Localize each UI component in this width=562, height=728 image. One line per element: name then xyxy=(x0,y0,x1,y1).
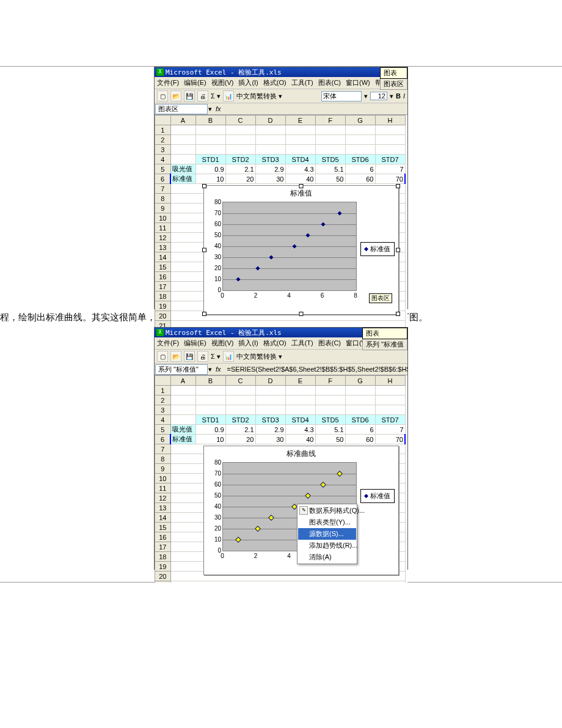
chart-tooltip: 图表 图表区 xyxy=(380,67,407,90)
data-point[interactable] xyxy=(268,515,274,521)
menu-edit[interactable]: 编辑(E) xyxy=(184,339,206,348)
menu-chart[interactable]: 图表(C) xyxy=(318,339,341,348)
col-B[interactable]: B xyxy=(195,116,225,125)
cn-convert-button[interactable]: 中文简繁转换 ▾ xyxy=(236,92,282,101)
chart-wizard-icon[interactable]: 📊 xyxy=(223,90,234,101)
save-icon[interactable]: 💾 xyxy=(184,351,195,362)
font-name-box[interactable]: 宋体 xyxy=(321,91,362,101)
excel-icon: X xyxy=(156,329,164,336)
menu-edit[interactable]: 编辑(E) xyxy=(184,78,206,87)
cn-convert-button[interactable]: 中文简繁转换 ▾ xyxy=(236,352,282,361)
col-A[interactable]: A xyxy=(170,116,195,125)
ctx-clear[interactable]: 清除(A) xyxy=(298,551,356,563)
formula-bar-row: 系列 "标准值" ▾ fx =SERIES(Sheet2!$A$6,Sheet2… xyxy=(155,364,407,375)
data-point[interactable] xyxy=(235,537,241,543)
data-point[interactable] xyxy=(269,255,273,259)
col-F[interactable]: F xyxy=(315,116,345,125)
data-point[interactable] xyxy=(320,482,326,488)
bold-button[interactable]: B xyxy=(396,92,401,100)
ctx-source-data[interactable]: 源数据(S)... xyxy=(298,528,356,540)
data-point[interactable] xyxy=(337,471,343,477)
menu-view[interactable]: 视图(V) xyxy=(211,339,234,348)
chart-wizard-icon[interactable]: 📊 xyxy=(223,351,234,362)
plot-area[interactable] xyxy=(222,202,357,291)
font-size-box[interactable]: 12 xyxy=(370,92,387,100)
ctx-chart-type[interactable]: 图表类型(Y)... xyxy=(298,517,356,528)
toolbar: ▢ 📂 💾 🖨 Σ ▾ 📊 中文简繁转换 ▾ xyxy=(155,350,407,364)
tooltip-line1: 图表 xyxy=(380,67,407,79)
tooltip-line1: 图表 xyxy=(362,328,407,339)
menu-insert[interactable]: 插入(I) xyxy=(238,339,258,348)
italic-button[interactable]: I xyxy=(403,92,405,100)
toolbar: ▢ 📂 💾 🖨 Σ ▾ 📊 中文简繁转换 ▾ 宋体 ▾ 12 ▾ B I xyxy=(155,89,407,103)
formula-bar[interactable]: =SERIES(Sheet2!$A$6,Sheet2!$B$5:$H$5,She… xyxy=(225,366,407,373)
data-point[interactable] xyxy=(293,244,297,248)
y-axis-labels: 807060 504030 20100 xyxy=(210,202,222,290)
data-point[interactable] xyxy=(255,526,261,532)
legend-label: 标准值 xyxy=(370,491,390,501)
chart-title: 标准曲线 xyxy=(204,446,398,461)
open-icon[interactable]: 📂 xyxy=(170,351,181,362)
chart-legend[interactable]: 标准值 xyxy=(360,489,395,503)
legend-marker-icon xyxy=(364,247,368,251)
menu-file[interactable]: 文件(F) xyxy=(157,339,179,348)
app-title: Microsoft Excel - 检验工具.xls xyxy=(166,328,282,337)
data-point[interactable] xyxy=(337,211,341,215)
app-title: Microsoft Excel - 检验工具.xls xyxy=(166,68,282,77)
menu-tools[interactable]: 工具(T) xyxy=(291,339,313,348)
context-menu: ✎数据系列格式(Q)... 图表类型(Y)... 源数据(S)... 添加趋势线… xyxy=(297,504,357,564)
tooltip-line2: 图表区 xyxy=(380,79,407,90)
print-icon[interactable]: 🖨 xyxy=(197,90,208,101)
print-icon[interactable]: 🖨 xyxy=(197,351,208,362)
data-point[interactable] xyxy=(305,493,311,499)
chart-area-tooltip: 图表区 xyxy=(369,293,392,303)
data-point[interactable] xyxy=(321,222,325,226)
save-icon[interactable]: 💾 xyxy=(184,90,195,101)
legend-label: 标准值 xyxy=(370,245,390,254)
name-box[interactable]: 系列 "标准值" xyxy=(155,364,208,375)
title-bar: X Microsoft Excel - 检验工具.xls xyxy=(155,67,407,77)
tooltip-line2: 系列 "标准值 xyxy=(362,339,407,350)
open-icon[interactable]: 📂 xyxy=(170,90,181,101)
menu-insert[interactable]: 插入(I) xyxy=(238,78,258,87)
chart-legend[interactable]: 标准值 xyxy=(360,242,395,256)
data-point[interactable] xyxy=(256,266,260,270)
menu-format[interactable]: 格式(O) xyxy=(263,78,286,87)
menu-chart[interactable]: 图表(C) xyxy=(318,78,341,87)
col-H[interactable]: H xyxy=(375,116,405,125)
col-C[interactable]: C xyxy=(225,116,255,125)
menu-file[interactable]: 文件(F) xyxy=(157,78,179,87)
excel-icon: X xyxy=(156,68,164,76)
formula-bar-row: 图表区 ▾ fx xyxy=(155,103,407,115)
name-box[interactable]: 图表区 xyxy=(155,104,208,114)
chart-tooltip: 图表 系列 "标准值 xyxy=(362,328,407,350)
excel-screenshot-1: X Microsoft Excel - 检验工具.xls 图表 图表区 文件(F… xyxy=(154,67,408,309)
fx-icon[interactable]: fx xyxy=(212,366,225,373)
embedded-chart[interactable]: 标准曲线 807060 504030 20100 xyxy=(203,446,399,575)
menu-format[interactable]: 格式(O) xyxy=(263,339,286,348)
fx-icon[interactable]: fx xyxy=(212,105,225,112)
data-point[interactable] xyxy=(236,277,240,281)
col-D[interactable]: D xyxy=(255,116,285,125)
menu-view[interactable]: 视图(V) xyxy=(211,78,234,87)
format-icon: ✎ xyxy=(299,506,308,515)
y-axis-labels: 807060 504030 20100 xyxy=(210,462,222,550)
menu-bar: 文件(F) 编辑(E) 视图(V) 插入(I) 格式(O) 工具(T) 图表(C… xyxy=(155,77,407,89)
col-E[interactable]: E xyxy=(285,116,315,125)
menu-tools[interactable]: 工具(T) xyxy=(291,78,313,87)
data-point[interactable] xyxy=(305,233,310,237)
col-G[interactable]: G xyxy=(345,116,375,125)
worksheet[interactable]: A B C D E F G H 1 2 3 4 STD1 STD2 STD3 S… xyxy=(155,115,407,360)
menu-window[interactable]: 窗口(W) xyxy=(346,78,370,87)
excel-screenshot-2: X Microsoft Excel - 检验工具.xls 图表 系列 "标准值 … xyxy=(154,327,408,570)
ctx-add-trendline[interactable]: 添加趋势线(R)... xyxy=(298,540,356,551)
embedded-chart[interactable]: 标准值 807060 504030 20100 xyxy=(203,185,399,315)
worksheet[interactable]: A B C D E F G H 1 2 3 4 STD1 STD2 STD3 S… xyxy=(155,375,407,583)
ctx-format-series[interactable]: ✎数据系列格式(Q)... xyxy=(298,505,356,517)
legend-marker-icon xyxy=(364,494,368,498)
new-icon[interactable]: ▢ xyxy=(157,351,168,362)
new-icon[interactable]: ▢ xyxy=(157,90,168,101)
